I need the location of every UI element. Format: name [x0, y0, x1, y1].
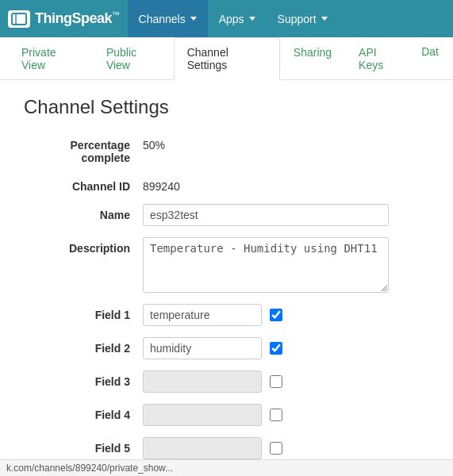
channels-caret-icon [190, 17, 197, 21]
percentage-row: Percentage complete 50% [24, 134, 429, 164]
description-row: Description Temperature - Humidity using… [24, 237, 429, 293]
navbar: ThingSpeak™ Channels Apps Support [0, 0, 453, 37]
apps-caret-icon [249, 17, 255, 21]
channels-nav-button[interactable]: Channels [128, 0, 208, 37]
field-checkbox-4[interactable] [270, 409, 282, 421]
name-label: Name [24, 204, 143, 221]
channels-label: Channels [139, 13, 186, 25]
name-input[interactable] [143, 204, 389, 226]
field-input-1[interactable] [143, 304, 262, 326]
field-checkbox-3[interactable] [270, 375, 282, 388]
channel-id-value: 899240 [143, 175, 180, 193]
field-label-4: Field 4 [24, 409, 143, 421]
channel-id-row: Channel ID 899240 [24, 175, 429, 193]
tab-more: Dat [415, 37, 445, 79]
support-label: Support [278, 13, 317, 25]
tab-api-keys[interactable]: API Keys [345, 37, 415, 80]
field-row-1: Field 1 [24, 304, 429, 326]
tab-channel-settings[interactable]: Channel Settings [174, 37, 280, 80]
description-input[interactable]: Temperature - Humidity using DHT11 [143, 237, 389, 293]
percentage-label: Percentage complete [24, 134, 143, 164]
svg-rect-0 [12, 13, 26, 25]
field-input-2[interactable] [143, 337, 262, 359]
field-checkbox-2[interactable] [270, 342, 282, 355]
apps-label: Apps [219, 13, 244, 25]
page-title: Channel Settings [24, 96, 429, 118]
field-checkbox-1[interactable] [270, 309, 282, 321]
status-url: k.com/channels/899240/private_show... [6, 463, 173, 474]
field-row-4: Field 4 [24, 404, 429, 426]
brand-name: ThingSpeak™ [35, 10, 120, 27]
brand-logo[interactable]: ThingSpeak™ [8, 10, 120, 28]
field-checkbox-5[interactable] [270, 442, 282, 455]
field-row-3: Field 3 [24, 370, 429, 393]
field-label-2: Field 2 [24, 342, 143, 355]
apps-nav-button[interactable]: Apps [208, 0, 267, 37]
main-content: Channel Settings Percentage complete 50%… [0, 80, 453, 476]
status-bar: k.com/channels/899240/private_show... [0, 459, 453, 476]
field-row-5: Field 5 [24, 437, 429, 459]
fields-container: Field 1Field 2Field 3Field 4Field 5 [24, 304, 429, 459]
field-label-1: Field 1 [24, 309, 143, 321]
tabs-bar: Private View Public View Channel Setting… [0, 37, 453, 80]
name-row: Name [24, 204, 429, 226]
brand-tm: ™ [112, 10, 120, 19]
channel-id-label: Channel ID [24, 175, 143, 193]
percentage-value: 50% [143, 134, 165, 152]
field-row-2: Field 2 [24, 337, 429, 359]
support-caret-icon [321, 17, 328, 21]
field-label-5: Field 5 [24, 442, 143, 455]
field-input-4[interactable] [143, 404, 262, 426]
description-label: Description [24, 237, 143, 255]
tab-sharing[interactable]: Sharing [280, 37, 345, 80]
logo-icon [8, 10, 30, 28]
tab-private-view[interactable]: Private View [8, 37, 93, 80]
field-label-3: Field 3 [24, 375, 143, 388]
field-input-3[interactable] [143, 370, 262, 393]
tab-public-view[interactable]: Public View [93, 37, 174, 80]
support-nav-button[interactable]: Support [267, 0, 339, 37]
field-input-5[interactable] [143, 437, 262, 459]
